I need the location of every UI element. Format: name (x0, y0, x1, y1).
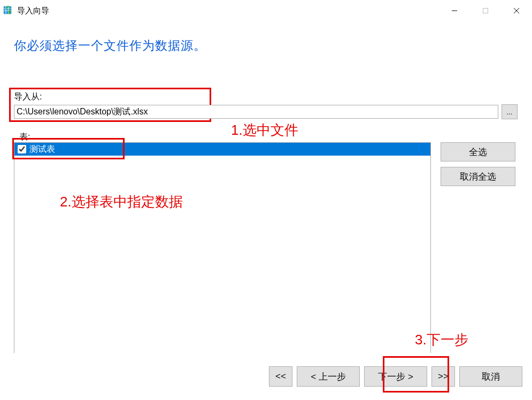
maximize-button (470, 0, 501, 21)
tables-listbox[interactable]: 测试表 (14, 142, 431, 358)
deselect-all-button[interactable]: 取消全选 (441, 167, 515, 186)
instruction-text: 你必须选择一个文件作为数据源。 (14, 37, 206, 54)
svg-rect-7 (483, 9, 488, 13)
first-button[interactable]: << (269, 366, 292, 387)
close-button[interactable] (501, 0, 532, 21)
wizard-body: 你必须选择一个文件作为数据源。 导入从: C:\Users\lenovo\Des… (0, 21, 532, 374)
next-button[interactable]: 下一步 > (364, 366, 427, 387)
table-name: 测试表 (29, 144, 55, 155)
select-all-button[interactable]: 全选 (441, 142, 515, 161)
import-from-label: 导入从: (14, 91, 42, 103)
annotation-1: 1.选中文件 (231, 121, 298, 140)
import-wizard-icon (3, 5, 14, 16)
import-from-input[interactable]: C:\Users\lenovo\Desktop\测试.xlsx (14, 105, 498, 119)
import-from-value: C:\Users\lenovo\Desktop\测试.xlsx (17, 106, 148, 118)
table-row[interactable]: 测试表 (14, 143, 430, 156)
window-controls (439, 0, 532, 21)
tables-label: 表: (19, 132, 30, 143)
annotation-3: 3.下一步 (415, 330, 468, 349)
table-checkbox[interactable] (18, 145, 26, 153)
last-button[interactable]: >> (431, 366, 455, 387)
prev-button[interactable]: < 上一步 (297, 366, 360, 387)
browse-button[interactable]: ... (502, 104, 518, 119)
cancel-button[interactable]: 取消 (459, 366, 522, 387)
titlebar: 导入向导 (0, 0, 532, 21)
minimize-button[interactable] (439, 0, 470, 21)
footer: << < 上一步 下一步 > >> 取消 (0, 353, 532, 400)
window-title: 导入向导 (17, 6, 49, 16)
annotation-2: 2.选择表中指定数据 (60, 193, 183, 211)
